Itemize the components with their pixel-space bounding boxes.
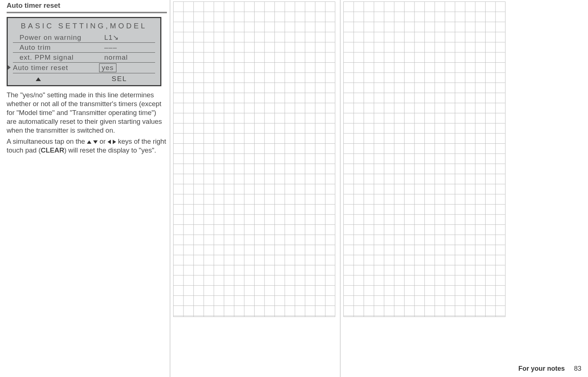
footer-page-number: 83 <box>574 365 581 372</box>
footer-label: For your notes <box>518 365 565 372</box>
lcd-header: BASIC SETTING,MODEL <box>8 20 160 32</box>
p2-part-d: ) will reset the display to "yes". <box>64 146 156 154</box>
body-text: The "yes/no" setting made in this line d… <box>7 91 167 155</box>
lcd-row-power-on-warning: Power on warning L1↘ <box>13 32 155 43</box>
p2-part-b: or <box>98 137 108 145</box>
paragraph-2: A simultaneous tap on the or keys of the… <box>7 137 167 155</box>
lcd-footer-sel: SEL <box>104 75 127 83</box>
row-value: normal <box>104 53 141 62</box>
row-label: Power on warning <box>20 34 104 42</box>
page-footer: For your notes 83 <box>518 365 581 373</box>
row-label: Auto timer reset <box>13 64 99 72</box>
p2-part-a: A simultaneous tap on the <box>7 137 87 145</box>
grid-paper-notes <box>343 1 505 317</box>
row-value: ––– <box>104 43 141 52</box>
triangle-left-icon <box>108 140 111 144</box>
triangle-up-icon <box>36 77 41 81</box>
paragraph-1: The "yes/no" setting made in this line d… <box>7 91 167 135</box>
triangle-right-icon <box>8 65 11 70</box>
p2-clear-bold: CLEAR <box>41 146 64 154</box>
lcd-row-auto-trim: Auto trim ––– <box>13 43 155 53</box>
row-value: L1↘ <box>104 33 141 42</box>
section-underline <box>7 12 167 13</box>
row-label: Auto trim <box>20 43 104 52</box>
triangle-down-icon <box>93 140 98 144</box>
lcd-footer: SEL <box>8 73 160 84</box>
lcd-footer-arrow <box>13 75 104 83</box>
triangle-up-icon <box>87 140 91 144</box>
section-title: Auto timer reset <box>7 1 167 10</box>
grid-paper-notes <box>173 1 335 317</box>
triangle-right-icon <box>113 140 116 144</box>
lcd-row-auto-timer-reset: Auto timer reset yes <box>13 63 155 73</box>
row-value-boxed: yes <box>99 63 116 72</box>
lcd-row-ext-ppm-signal: ext. PPM signal normal <box>13 53 155 63</box>
row-indicator-icon <box>8 64 13 71</box>
lcd-screen: BASIC SETTING,MODEL Power on warning L1↘… <box>7 17 161 86</box>
row-label: ext. PPM signal <box>20 53 104 62</box>
